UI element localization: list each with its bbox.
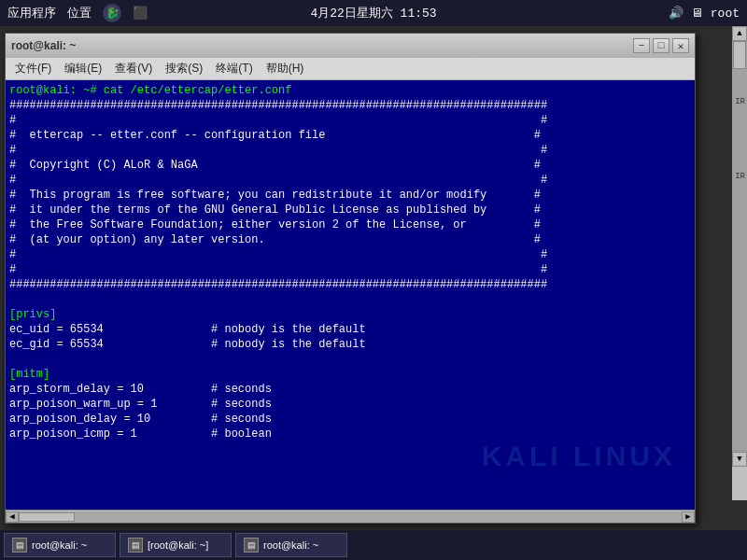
taskbar-label-1: [root@kali: ~] xyxy=(148,539,208,551)
scroll-track-h xyxy=(19,511,682,523)
maximize-button[interactable]: □ xyxy=(653,38,669,53)
dragon-icon: 🐉 xyxy=(103,4,121,22)
terminal-line-0: root@kali: ~# cat /etc/ettercap/etter.co… xyxy=(9,83,691,98)
right-scrollbar[interactable]: ▲ IR IR ▼ xyxy=(732,26,747,500)
apps-menu[interactable]: 应用程序 xyxy=(7,5,56,21)
scroll-right-button[interactable]: ▶ xyxy=(682,511,695,523)
network-icon: 🖥 xyxy=(691,7,703,21)
terminal-icon-sysbar: ⬛ xyxy=(133,6,148,21)
window-controls: − □ ✕ xyxy=(633,38,689,53)
menu-terminal[interactable]: 终端(T) xyxy=(210,59,258,78)
taskbar-label-2: root@kali: ~ xyxy=(263,539,318,551)
terminal-line-20: arp_storm_delay = 10 # seconds xyxy=(9,382,691,397)
kali-watermark: KALI LINUX xyxy=(482,441,676,472)
terminal-line-23: arp_poison_icmp = 1 # boolean xyxy=(9,427,691,441)
sysbar-right: 🔊 🖥 root xyxy=(669,6,740,21)
title-bar: root@kali: ~ − □ ✕ xyxy=(6,34,695,58)
taskbar-icon-1: ▤ xyxy=(128,538,143,553)
menu-bar: 文件(F) 编辑(E) 查看(V) 搜索(S) 终端(T) 帮助(H) xyxy=(6,58,695,80)
terminal-line-4: # # xyxy=(9,143,691,158)
taskbar-item-1[interactable]: ▤ [root@kali: ~] xyxy=(120,533,232,557)
terminal-line-14 xyxy=(9,292,691,307)
datetime-display: 4月22日星期六 11:53 xyxy=(310,5,436,21)
terminal-line-10: # (at your option) any later version. # xyxy=(9,232,691,247)
horizontal-scrollbar[interactable]: ◀ ▶ xyxy=(6,510,695,523)
terminal-line-2: # # xyxy=(9,113,691,128)
scroll-track-v: IR IR xyxy=(732,41,747,452)
scroll-marker-ir2: IR xyxy=(735,172,745,181)
window-title: root@kali: ~ xyxy=(11,39,76,52)
taskbar-label-0: root@kali: ~ xyxy=(32,539,87,551)
terminal-content[interactable]: root@kali: ~# cat /etc/ettercap/etter.co… xyxy=(6,80,695,510)
terminal-line-12: # # xyxy=(9,262,691,277)
terminal-line-22: arp_poison_delay = 10 # seconds xyxy=(9,412,691,427)
scroll-down-button[interactable]: ▼ xyxy=(732,452,747,467)
terminal-line-21: arp_poison_warm_up = 1 # seconds xyxy=(9,397,691,412)
scroll-left-button[interactable]: ◀ xyxy=(6,511,19,523)
taskbar-item-0[interactable]: ▤ root@kali: ~ xyxy=(4,533,116,557)
taskbar: ▤ root@kali: ~ ▤ [root@kali: ~] ▤ root@k… xyxy=(0,530,747,560)
close-button[interactable]: ✕ xyxy=(672,38,689,53)
places-menu[interactable]: 位置 xyxy=(67,5,92,21)
sysbar-left: 应用程序 位置 🐉 ⬛ xyxy=(7,4,148,22)
taskbar-icon-2: ▤ xyxy=(244,538,259,553)
terminal-line-17: ec_gid = 65534 # nobody is the default xyxy=(9,337,691,352)
menu-view[interactable]: 查看(V) xyxy=(109,59,158,78)
scroll-marker-ir1: IR xyxy=(735,97,745,106)
terminal-line-5: # Copyright (C) ALoR & NaGA # xyxy=(9,158,691,173)
user-label: root xyxy=(711,7,740,21)
menu-search[interactable]: 搜索(S) xyxy=(160,59,208,78)
terminal-line-11: # # xyxy=(9,247,691,262)
terminal-line-19: [mitm] xyxy=(9,367,691,382)
scroll-thumb-h[interactable] xyxy=(19,512,75,522)
menu-help[interactable]: 帮助(H) xyxy=(261,59,310,78)
terminal-line-18 xyxy=(9,352,691,367)
menu-edit[interactable]: 编辑(E) xyxy=(59,59,107,78)
taskbar-item-2[interactable]: ▤ root@kali: ~ xyxy=(235,533,347,557)
terminal-line-6: # # xyxy=(9,173,691,188)
terminal-window: root@kali: ~ − □ ✕ 文件(F) 编辑(E) 查看(V) 搜索(… xyxy=(5,33,696,524)
menu-file[interactable]: 文件(F) xyxy=(9,59,57,78)
system-bar: 应用程序 位置 🐉 ⬛ 4月22日星期六 11:53 🔊 🖥 root xyxy=(0,0,747,26)
terminal-line-9: # the Free Software Foundation; either v… xyxy=(9,217,691,232)
volume-icon: 🔊 xyxy=(669,6,684,21)
terminal-line-7: # This program is free software; you can… xyxy=(9,188,691,203)
terminal-line-1: ########################################… xyxy=(9,98,691,113)
taskbar-icon-0: ▤ xyxy=(12,538,27,553)
scroll-up-button[interactable]: ▲ xyxy=(732,26,747,41)
terminal-lines: root@kali: ~# cat /etc/ettercap/etter.co… xyxy=(9,83,691,441)
terminal-line-8: # it under the terms of the GNU General … xyxy=(9,203,691,217)
terminal-line-16: ec_uid = 65534 # nobody is the default xyxy=(9,322,691,337)
terminal-line-15: [privs] xyxy=(9,307,691,322)
terminal-line-13: ########################################… xyxy=(9,277,691,292)
scroll-thumb-v[interactable] xyxy=(733,41,746,69)
minimize-button[interactable]: − xyxy=(633,38,650,53)
terminal-line-3: # ettercap -- etter.conf -- configuratio… xyxy=(9,128,691,143)
